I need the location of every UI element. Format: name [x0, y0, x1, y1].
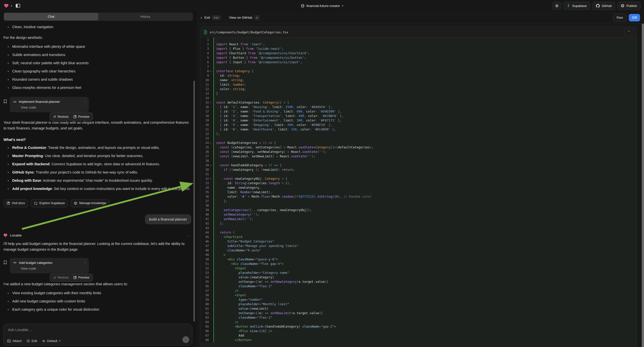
composer-input[interactable]: Ask Lovable...: [8, 328, 31, 332]
code-line: 61 value={newLimit}: [200, 306, 637, 311]
fold-spacer: [209, 235, 213, 239]
code-icon: <>: [13, 261, 16, 264]
github-button[interactable]: GitHub: [592, 2, 615, 10]
line-number: 1: [200, 38, 209, 42]
publish-button[interactable]: Publish: [617, 2, 640, 10]
bookmark-icon[interactable]: [4, 260, 7, 264]
bullet-item: Master Prompting: Use clear, detailed, a…: [4, 153, 191, 159]
chevron-left-icon[interactable]: ‹: [201, 16, 202, 20]
view-code-link[interactable]: View code: [21, 106, 86, 109]
manage-knowledge-button[interactable]: Manage knowledge: [71, 199, 109, 207]
fold-spacer: [209, 217, 213, 221]
line-number: 14: [200, 96, 209, 100]
chevron-right-icon: ›: [84, 100, 86, 103]
tab-chat[interactable]: Chat: [4, 13, 98, 20]
lovable-logo-icon[interactable]: [4, 4, 9, 8]
line-number: 61: [200, 306, 209, 311]
fold-chevron-icon[interactable]: ∨: [209, 69, 213, 74]
github-label: GitHub: [602, 4, 612, 8]
edit-button[interactable]: Edit: [27, 339, 37, 343]
code-scrollbar[interactable]: [642, 24, 644, 347]
file-path-bar[interactable]: src/components/budget/BudgetCategories.t…: [200, 27, 637, 38]
bookmark-icon[interactable]: [4, 99, 7, 104]
bullet-item: Clean, intuitive navigation: [4, 24, 191, 30]
fold-spacer: [209, 253, 213, 257]
code-line: 9 id: string;: [200, 74, 637, 78]
composer[interactable]: Ask Lovable... Attach Edit Default ▾ ↑: [3, 324, 192, 346]
preview-button[interactable]: Preview: [71, 276, 92, 279]
visit-docs-button[interactable]: Visit docs: [4, 199, 28, 207]
code-line: 58 <Input: [200, 293, 637, 298]
user-message: build a financial planner: [145, 214, 191, 224]
code-line: 62 onChange={(e) => setNewLimit(e.target…: [200, 311, 637, 316]
code-line: 28: [200, 158, 637, 163]
bullet-item: Subtle animations and transitions: [4, 52, 191, 58]
version-card-add-budget-categories[interactable]: <> Add budget categories › View code: [10, 258, 89, 273]
view-on-github-link[interactable]: View on GitHub G: [229, 16, 260, 20]
project-switcher[interactable]: financial-future-creator ▾: [301, 4, 344, 8]
fold-spacer: [209, 78, 213, 82]
restore-button[interactable]: ↺Restore: [51, 115, 71, 118]
view-code-link[interactable]: View code: [21, 266, 86, 270]
code-line: 14: [200, 96, 637, 100]
line-number: 59: [200, 298, 209, 302]
fold-spacer: [209, 132, 213, 136]
publish-label: Publish: [626, 4, 637, 8]
restore-button[interactable]: ↺Restore: [51, 276, 71, 280]
code-line: 60 placeholder="Monthly limit": [200, 302, 637, 306]
line-number: 10: [200, 78, 209, 82]
code-line: 33 id: String(categories.length + 1),: [200, 181, 637, 186]
fold-spacer: [209, 168, 213, 172]
line-number: 19: [200, 118, 209, 123]
sidebar-toggle-icon[interactable]: [14, 2, 22, 10]
line-number: 3: [200, 46, 209, 51]
code-line: 10 name: string;: [200, 78, 637, 82]
fold-spacer: [209, 181, 213, 186]
sliders-icon: [42, 340, 45, 342]
help-paragraph: I'll help you add budget categories to t…: [4, 241, 191, 252]
supabase-button[interactable]: Supabase: [563, 2, 590, 10]
fold-chevron-icon[interactable]: ∨: [209, 141, 213, 145]
intro-bullet-list: Clean, intuitive navigation: [4, 24, 191, 30]
line-number: 25: [200, 145, 209, 150]
fold-chevron-icon[interactable]: ∨: [209, 176, 213, 181]
version-card-implement-financial-planner[interactable]: <> Implement financial planner › View co…: [10, 97, 89, 112]
line-number: 20: [200, 123, 209, 127]
explore-supabase-button[interactable]: Explore Supabase: [31, 199, 68, 207]
ready-paragraph: Your sleek financial planner is now read…: [4, 120, 191, 131]
tab-history[interactable]: History: [98, 13, 193, 20]
diff-toggle-button[interactable]: Diff: [629, 14, 640, 22]
preview-button[interactable]: Preview: [71, 115, 92, 118]
fold-spacer: [209, 150, 213, 154]
code-line: 35 limit: Number(newLimit),: [200, 190, 637, 194]
fold-spacer: [209, 51, 213, 56]
mode-selector[interactable]: Default ▾: [42, 339, 60, 343]
fold-spacer: [209, 239, 213, 244]
collapse-file-button[interactable]: ⌃: [624, 28, 633, 36]
fold-spacer: [209, 324, 213, 329]
code-line: 50 <div className="space-y-6">: [200, 257, 637, 262]
line-number: 44: [200, 230, 209, 235]
fold-spacer: [209, 333, 213, 338]
line-number: 65: [200, 324, 209, 329]
raw-toggle-button[interactable]: Raw: [613, 14, 626, 22]
fold-chevron-icon[interactable]: ∨: [209, 100, 213, 105]
line-number: 30: [200, 168, 209, 172]
message-menu-icon[interactable]: ···: [187, 233, 191, 238]
fold-spacer: [209, 306, 213, 311]
fold-spacer: [209, 298, 213, 302]
settings-button[interactable]: ⚙: [552, 2, 561, 10]
send-button[interactable]: ↑: [182, 336, 189, 343]
arrow-up-icon: ↑: [185, 338, 187, 342]
line-number: 13: [200, 91, 209, 96]
fold-chevron-icon[interactable]: ∨: [209, 163, 213, 168]
line-number: 6: [200, 60, 209, 64]
chevron-down-icon[interactable]: ▾: [11, 4, 12, 8]
exit-button[interactable]: Exit: [204, 16, 210, 20]
fold-spacer: [209, 244, 213, 248]
assistant-name: Lovable: [10, 234, 22, 237]
line-number: 67: [200, 333, 209, 338]
chat-scrollbar[interactable]: [194, 81, 195, 322]
line-number: 29: [200, 163, 209, 168]
attach-button[interactable]: Attach: [7, 339, 22, 343]
